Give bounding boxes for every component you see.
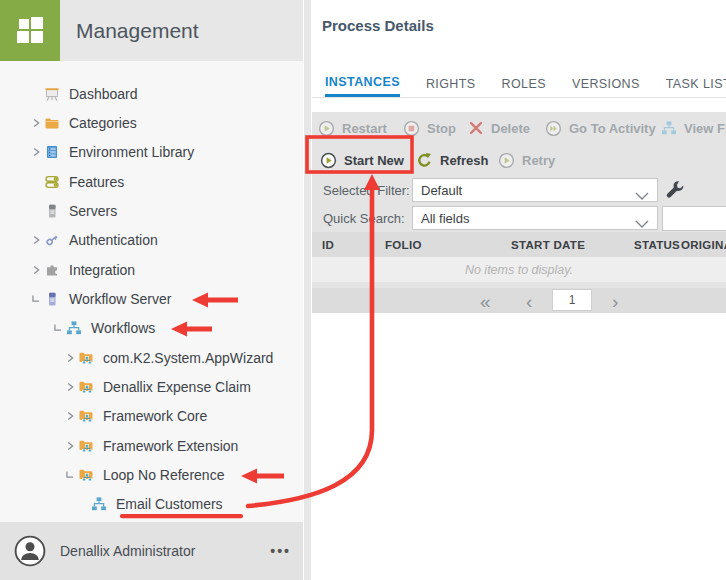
selected-filter-row: Selected Filter: Default: [312, 176, 726, 204]
toolbar-row-2: Start New Refresh Retry: [312, 144, 726, 176]
play-circle-icon: [498, 152, 515, 169]
key-icon: [44, 232, 60, 248]
chevron-right-icon[interactable]: [62, 408, 78, 424]
collapse-corner-icon[interactable]: [28, 291, 44, 307]
navigation-tree: Dashboard Categories Environment Libra: [0, 79, 303, 519]
wrench-icon[interactable]: [664, 179, 686, 201]
column-header-status[interactable]: STATUS: [634, 239, 680, 251]
k2-logo[interactable]: [0, 0, 60, 61]
tab-instances[interactable]: INSTANCES: [325, 70, 400, 97]
go-to-activity-button[interactable]: Go To Activity: [545, 112, 656, 144]
sidebar-item-email-customers[interactable]: Email Customers: [0, 490, 303, 519]
sidebar-item-workflows[interactable]: Workflows: [0, 314, 303, 343]
tab-task-list[interactable]: TASK LIST: [666, 70, 726, 97]
column-header-id[interactable]: ID: [322, 239, 334, 251]
tab-versions[interactable]: VERSIONS: [572, 70, 640, 97]
chevron-down-icon: [635, 216, 649, 231]
sidebar-item-label: Dashboard: [69, 86, 138, 102]
column-header-folio[interactable]: FOLIO: [385, 239, 422, 251]
quick-search-input[interactable]: [662, 206, 726, 231]
fast-forward-circle-icon: [545, 120, 562, 137]
next-page-button[interactable]: ›: [612, 291, 618, 310]
selected-filter-dropdown[interactable]: Default: [412, 178, 658, 202]
sidebar-item-servers[interactable]: Servers: [0, 196, 303, 225]
sidebar-item-environment-library[interactable]: Environment Library: [0, 138, 303, 167]
toolbar-row-1: Restart Stop Delete Go To Activity View …: [312, 112, 726, 144]
stop-circle-icon: [403, 120, 420, 137]
column-header-originator[interactable]: ORIGINATOR: [681, 239, 726, 251]
sidebar-item-categories[interactable]: Categories: [0, 108, 303, 137]
page-title: Process Details: [322, 17, 434, 34]
button-label: Stop: [427, 121, 456, 136]
sidebar-item-label: Categories: [69, 115, 137, 131]
quick-search-label: Quick Search:: [323, 211, 405, 226]
workflow-server-icon: [44, 291, 60, 307]
chevron-right-icon[interactable]: [62, 438, 78, 454]
sidebar-scrollbar[interactable]: [304, 0, 311, 580]
first-page-button[interactable]: «: [480, 291, 491, 310]
dropdown-value: Default: [421, 183, 462, 198]
folder-icon: [44, 115, 60, 131]
restart-button[interactable]: Restart: [318, 112, 387, 144]
instances-table-header: ID FOLIO START DATE STATUS ORIGINATOR: [312, 232, 726, 257]
play-circle-icon: [320, 152, 337, 169]
stop-button[interactable]: Stop: [403, 112, 456, 144]
sidebar-item-dashboard[interactable]: Dashboard: [0, 79, 303, 108]
sidebar-item-loop-no-reference[interactable]: Loop No Reference: [0, 460, 303, 489]
collapse-corner-icon[interactable]: [50, 320, 66, 336]
user-avatar-icon[interactable]: [14, 535, 46, 567]
project-folder-icon: [78, 379, 94, 395]
chevron-right-icon[interactable]: [28, 115, 44, 131]
sidebar-item-label: Email Customers: [116, 496, 223, 512]
sidebar-item-label: Framework Extension: [103, 438, 238, 454]
retry-button[interactable]: Retry: [498, 144, 555, 176]
column-header-start-date[interactable]: START DATE: [511, 239, 585, 251]
sidebar-item-appwizard[interactable]: com.K2.System.AppWizard: [0, 343, 303, 372]
dropdown-value: All fields: [421, 211, 469, 226]
sidebar-header: Management: [0, 0, 303, 61]
expander-spacer: [28, 203, 44, 219]
sidebar: Dashboard Categories Environment Libra: [0, 0, 303, 580]
user-menu-ellipsis-icon[interactable]: •••: [270, 543, 291, 559]
collapse-corner-icon[interactable]: [62, 467, 78, 483]
button-label: Start New: [344, 153, 404, 168]
sidebar-item-label: Environment Library: [69, 144, 194, 160]
sidebar-item-label: com.K2.System.AppWizard: [103, 350, 273, 366]
start-new-button[interactable]: Start New: [320, 144, 404, 176]
server-icon: [44, 203, 60, 219]
workflow-icon: [91, 496, 107, 512]
user-bar: Denallix Administrator •••: [0, 522, 303, 580]
refresh-icon: [416, 152, 433, 169]
sidebar-item-authentication[interactable]: Authentication: [0, 226, 303, 255]
sidebar-item-workflow-server[interactable]: Workflow Server: [0, 284, 303, 313]
chevron-right-icon[interactable]: [28, 144, 44, 160]
sidebar-item-features[interactable]: Features: [0, 167, 303, 196]
quick-search-row: Quick Search: All fields: [312, 204, 726, 232]
tab-roles[interactable]: ROLES: [502, 70, 546, 97]
chevron-right-icon[interactable]: [62, 379, 78, 395]
page-number-input[interactable]: 1: [552, 289, 592, 311]
instances-panel: Restart Stop Delete Go To Activity View …: [312, 112, 726, 313]
previous-page-button[interactable]: ‹: [526, 291, 532, 310]
project-folder-icon: [78, 408, 94, 424]
sidebar-item-denallix-expense-claim[interactable]: Denallix Expense Claim: [0, 372, 303, 401]
sidebar-item-label: Loop No Reference: [103, 467, 224, 483]
refresh-button[interactable]: Refresh: [416, 144, 488, 176]
tab-rights[interactable]: RIGHTS: [426, 70, 476, 97]
empty-table-message: No items to display.: [312, 257, 726, 282]
k2-management-window: Dashboard Categories Environment Libra: [0, 0, 726, 580]
sidebar-item-integration[interactable]: Integration: [0, 255, 303, 284]
features-icon: [44, 174, 60, 190]
chevron-right-icon[interactable]: [28, 232, 44, 248]
sidebar-item-label: Workflows: [91, 320, 155, 336]
quick-search-dropdown[interactable]: All fields: [412, 206, 658, 230]
chevron-right-icon[interactable]: [28, 262, 44, 278]
view-flow-button[interactable]: View Flow: [661, 112, 726, 144]
chevron-right-icon[interactable]: [62, 350, 78, 366]
sidebar-item-framework-extension[interactable]: Framework Extension: [0, 431, 303, 460]
flow-icon: [661, 120, 677, 136]
selected-filter-label: Selected Filter:: [323, 183, 410, 198]
library-icon: [44, 144, 60, 160]
sidebar-item-framework-core[interactable]: Framework Core: [0, 402, 303, 431]
delete-button[interactable]: Delete: [468, 112, 530, 144]
